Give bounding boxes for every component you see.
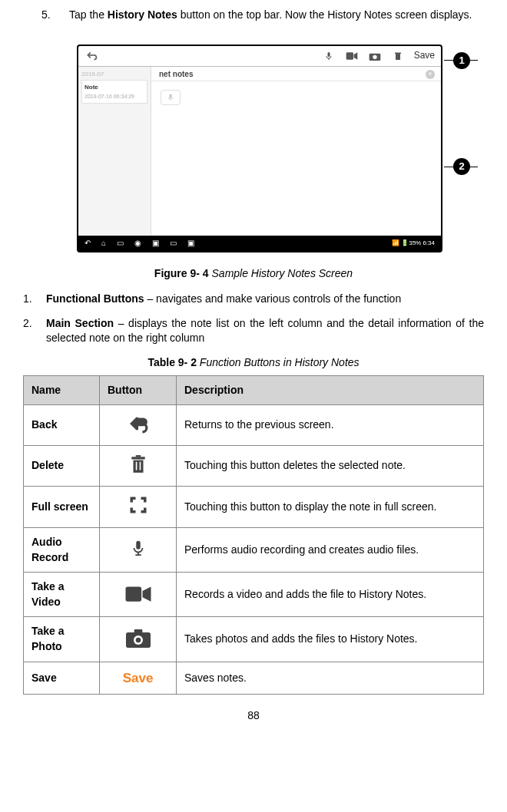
- sample-screenshot: Save 2018-07 Note 2018-07-16 06:34:29 ne…: [77, 45, 442, 253]
- list-item-2: 2. Main Section – displays the note list…: [23, 316, 484, 346]
- svg-rect-10: [135, 462, 137, 470]
- row-back-name: Back: [24, 405, 100, 446]
- screenshot-topbar: Save: [78, 46, 441, 67]
- row-save-button: Save: [100, 662, 177, 695]
- row-audio-name: Audio Record: [24, 527, 100, 572]
- table-row: Take a Video Records a video and adds th…: [24, 573, 484, 617]
- svg-rect-2: [346, 52, 353, 59]
- svg-rect-7: [170, 94, 172, 97]
- callout-badge-1: 1: [453, 52, 470, 69]
- note-card: Note 2018-07-16 06:34:29: [81, 80, 147, 104]
- table-row: Back Returns to the previous screen.: [24, 405, 484, 446]
- table-header-row: Name Button Description: [24, 375, 484, 405]
- item1-text: Functional Buttons – navigates and make …: [46, 292, 484, 307]
- row-delete-button: [100, 445, 177, 487]
- th-name: Name: [24, 375, 100, 405]
- trash-icon: [124, 453, 152, 476]
- mic-icon: [322, 49, 336, 63]
- svg-rect-15: [125, 586, 141, 601]
- note-list-column: 2018-07 Note 2018-07-16 06:34:29: [78, 67, 151, 236]
- mic-icon: [124, 536, 152, 559]
- svg-rect-17: [134, 629, 142, 633]
- fullscreen-icon: [124, 493, 152, 517]
- nav-cam-icon: ◉: [134, 238, 141, 249]
- svg-rect-5: [396, 54, 400, 60]
- step5-post: button on the top bar. Now the History N…: [177, 8, 472, 21]
- function-buttons-table: Name Button Description Back Returns to …: [23, 375, 484, 695]
- back-icon: [124, 412, 152, 435]
- step-5-text: Tap the History Notes button on the top …: [69, 8, 484, 23]
- svg-rect-6: [395, 52, 401, 54]
- item2-bold: Main Section: [46, 317, 114, 329]
- th-button: Button: [100, 375, 177, 405]
- table-row: Audio Record Performs audio recording an…: [24, 527, 484, 572]
- row-fullscreen-name: Full screen: [24, 487, 100, 528]
- page-number: 88: [23, 708, 484, 724]
- figure-caption: Figure 9- 4 Sample History Notes Screen: [23, 266, 484, 282]
- month-label: 2018-07: [81, 70, 147, 78]
- row-save-desc: Saves notes.: [177, 662, 484, 695]
- row-back-button: [100, 405, 177, 446]
- row-video-desc: Records a video and adds the file to His…: [177, 573, 484, 617]
- note-tab-label: net notes: [159, 69, 193, 81]
- table-caption: Table 9- 2 Function Buttons in History N…: [23, 355, 484, 371]
- trash-icon: [391, 49, 405, 63]
- th-desc: Description: [177, 375, 484, 405]
- svg-rect-8: [131, 457, 144, 459]
- note-date: 2018-07-16 06:34:29: [84, 93, 144, 101]
- row-delete-desc: Touching this button deletes the selecte…: [177, 445, 484, 487]
- step-5: 5. Tap the History Notes button on the t…: [41, 8, 484, 23]
- screenshot-bottombar: ↶ ⌂ ▭ ◉ ▣ ▭ ▣ 📶 🔋35% 6:34: [78, 236, 441, 251]
- row-photo-button: [100, 617, 177, 662]
- table-row: Full screen Touching this button to disp…: [24, 487, 484, 528]
- camera-icon: [124, 627, 152, 650]
- svg-rect-11: [139, 462, 141, 470]
- note-title: Note: [84, 83, 144, 91]
- nav-vci-icon: ▭: [170, 238, 177, 249]
- figure-wrapper: Save 2018-07 Note 2018-07-16 06:34:29 ne…: [23, 45, 484, 253]
- row-video-name: Take a Video: [24, 573, 100, 617]
- row-delete-name: Delete: [24, 445, 100, 487]
- nav-back-icon: ↶: [84, 238, 91, 249]
- video-icon: [124, 583, 152, 606]
- table-row: Delete Touching this button deletes the …: [24, 445, 484, 487]
- nav-home-icon: ⌂: [101, 238, 106, 249]
- callout-badge-2: 2: [453, 158, 470, 175]
- row-photo-name: Take a Photo: [24, 617, 100, 662]
- step5-pre: Tap the: [69, 8, 108, 21]
- back-icon: [84, 49, 98, 63]
- nav-app1-icon: ▣: [152, 238, 159, 249]
- svg-rect-0: [327, 52, 330, 57]
- item2-text: Main Section – displays the note list on…: [46, 316, 484, 346]
- row-save-name: Save: [24, 662, 100, 695]
- table-row: Save Save Saves notes.: [24, 662, 484, 695]
- row-video-button: [100, 573, 177, 617]
- svg-point-4: [373, 54, 376, 58]
- row-fullscreen-button: [100, 487, 177, 528]
- row-fullscreen-desc: Touching this button to display the note…: [177, 487, 484, 528]
- status-text: 📶 🔋35% 6:34: [392, 239, 435, 247]
- tablecap-italic: Function Buttons in History Notes: [197, 356, 360, 368]
- close-icon: ×: [426, 70, 435, 79]
- tablecap-bold: Table 9- 2: [147, 356, 197, 368]
- item1-rest: – navigates and make various controls of…: [144, 292, 402, 305]
- audio-clip-icon: [161, 90, 181, 105]
- svg-point-19: [135, 637, 141, 642]
- svg-rect-9: [135, 455, 141, 457]
- camera-icon: [368, 49, 382, 63]
- save-label-icon: Save: [123, 671, 154, 685]
- step-5-number: 5.: [41, 8, 69, 23]
- nav-car-icon: ▣: [187, 238, 194, 249]
- video-icon: [345, 49, 359, 63]
- row-audio-button: [100, 527, 177, 572]
- row-audio-desc: Performs audio recording and creates aud…: [177, 527, 484, 572]
- item1-bold: Functional Buttons: [46, 292, 144, 305]
- item2-num: 2.: [23, 316, 46, 346]
- step5-bold: History Notes: [108, 8, 177, 21]
- item1-num: 1.: [23, 292, 46, 307]
- figcap-bold: Figure 9- 4: [154, 267, 209, 279]
- table-row: Take a Photo Takes photos and adds the f…: [24, 617, 484, 662]
- row-back-desc: Returns to the previous screen.: [177, 405, 484, 446]
- note-detail-column: net notes ×: [151, 67, 441, 236]
- figcap-italic: Sample History Notes Screen: [209, 267, 353, 279]
